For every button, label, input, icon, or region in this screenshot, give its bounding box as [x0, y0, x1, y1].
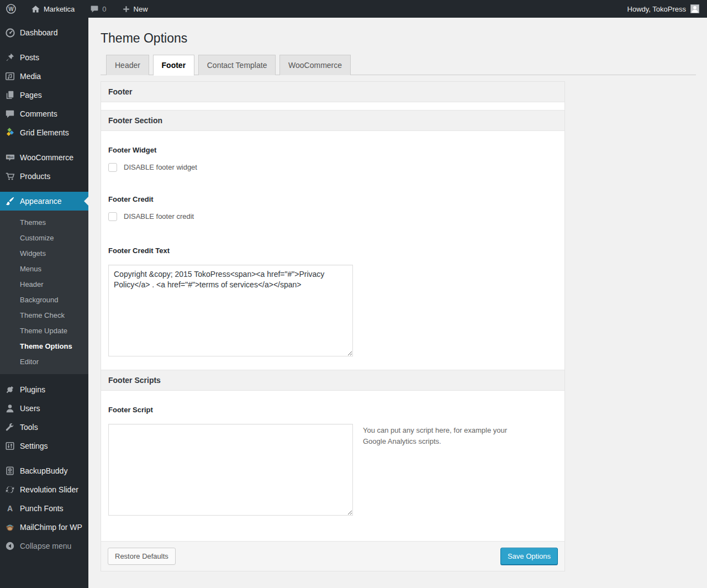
new-label: New — [134, 5, 148, 13]
dashboard-icon — [4, 27, 15, 38]
submenu-item-themes[interactable]: Themes — [0, 214, 88, 230]
sidebar-item-settings[interactable]: Settings — [0, 437, 88, 455]
submenu-item-theme-options[interactable]: Theme Options — [0, 338, 88, 354]
site-name: Marketica — [44, 5, 75, 13]
sidebar-item-label: Revolution Slider — [20, 485, 78, 494]
avatar — [690, 4, 699, 13]
sidebar-item-label: MailChimp for WP — [20, 523, 82, 532]
submenu-item-theme-check[interactable]: Theme Check — [0, 307, 88, 323]
pushpin-icon — [4, 52, 15, 63]
sidebar-item-comments[interactable]: Comments — [0, 104, 88, 123]
footer-script-input[interactable] — [108, 424, 353, 516]
footer-section-header: Footer Section — [101, 110, 564, 131]
sidebar-item-label: Settings — [20, 442, 48, 450]
footer-widget-checkbox-label: DISABLE footer widget — [124, 163, 197, 171]
sidebar-item-label: Plugins — [20, 385, 45, 394]
footer-credit-checkbox-label: DISABLE footer credit — [124, 212, 194, 221]
save-options-button[interactable]: Save Options — [500, 548, 558, 565]
footer-widget-label: Footer Widget — [108, 146, 557, 154]
cart-icon — [4, 171, 15, 182]
panel-action-bar: Restore Defaults Save Options — [101, 541, 564, 571]
sidebar-item-label: Products — [20, 172, 50, 181]
sidebar-item-woocommerce[interactable]: Woo WooCommerce — [0, 148, 88, 167]
footer-options-panel: Footer Footer Section Footer Widget DISA… — [101, 81, 565, 571]
submenu-item-background[interactable]: Background — [0, 292, 88, 307]
tab-contact-template[interactable]: Contact Template — [198, 55, 276, 75]
footer-credit-checkbox[interactable] — [108, 212, 117, 221]
sidebar-item-backupbuddy[interactable]: BackupBuddy — [0, 461, 88, 480]
tab-woocommerce[interactable]: WooCommerce — [279, 55, 351, 75]
sidebar-item-pages[interactable]: Pages — [0, 86, 88, 104]
howdy-text: Howdy, TokoPress — [627, 5, 686, 13]
sidebar-item-label: Pages — [20, 91, 42, 99]
appearance-submenu: Themes Customize Widgets Menus Header Ba… — [0, 211, 88, 374]
settings-sliders-icon — [4, 440, 15, 452]
admin-bar-account[interactable]: Howdy, TokoPress — [627, 4, 707, 13]
home-icon — [31, 4, 40, 14]
submenu-item-widgets[interactable]: Widgets — [0, 245, 88, 261]
sidebar-item-label: WooCommerce — [20, 153, 73, 162]
wordpress-logo-menu[interactable]: W — [0, 0, 22, 18]
mailchimp-monkey-icon — [4, 522, 15, 533]
admin-bar-site-link[interactable]: Marketica — [25, 0, 80, 18]
footer-section-body: Footer Widget DISABLE footer widget Foot… — [101, 131, 564, 370]
plus-icon — [122, 5, 130, 13]
footer-credit-text-input[interactable]: Copyright &copy; 2015 TokoPress<span><a … — [108, 265, 353, 356]
restore-defaults-button[interactable]: Restore Defaults — [108, 548, 176, 565]
submenu-item-theme-update[interactable]: Theme Update — [0, 323, 88, 338]
user-icon — [4, 403, 15, 414]
footer-script-label: Footer Script — [108, 406, 557, 414]
comments-icon — [4, 108, 15, 119]
sidebar-item-label: Grid Elements — [20, 128, 69, 137]
backup-icon — [4, 465, 15, 476]
sidebar-item-label: Dashboard — [20, 28, 58, 37]
wordpress-logo-icon: W — [6, 3, 17, 14]
sidebar-item-plugins[interactable]: Plugins — [0, 380, 88, 399]
sidebar-item-label: Comments — [20, 109, 57, 118]
sidebar-item-dashboard[interactable]: Dashboard — [0, 23, 88, 42]
woocommerce-icon: Woo — [4, 152, 15, 163]
appearance-brush-icon — [4, 196, 15, 207]
sidebar-item-label: BackupBuddy — [20, 466, 67, 475]
submenu-item-customize[interactable]: Customize — [0, 230, 88, 245]
admin-bar-new-button[interactable]: New — [117, 0, 154, 18]
refresh-icon — [4, 484, 15, 495]
panel-spacer — [101, 102, 564, 110]
admin-bar: W Marketica 0 New Howdy, TokoPress — [0, 0, 707, 18]
submenu-item-editor[interactable]: Editor — [0, 354, 88, 369]
sidebar-item-media[interactable]: Media — [0, 67, 88, 86]
letter-a-icon: A — [4, 503, 15, 514]
sidebar-item-posts[interactable]: Posts — [0, 48, 88, 67]
sidebar-item-tools[interactable]: Tools — [0, 418, 88, 437]
page-title: Theme Options — [101, 30, 696, 47]
comment-bubble-icon — [90, 4, 99, 13]
submenu-item-header[interactable]: Header — [0, 276, 88, 292]
footer-credit-label: Footer Credit — [108, 195, 557, 203]
main-content: Theme Options Header Footer Contact Temp… — [88, 0, 707, 588]
sidebar-item-products[interactable]: Products — [0, 167, 88, 186]
svg-text:Woo: Woo — [7, 155, 13, 159]
footer-widget-checkbox[interactable] — [108, 163, 117, 172]
sidebar-item-revolution-slider[interactable]: Revolution Slider — [0, 480, 88, 499]
theme-options-tabs: Header Footer Contact Template WooCommer… — [101, 55, 696, 75]
admin-bar-comments[interactable]: 0 — [85, 0, 112, 18]
sidebar-item-mailchimp[interactable]: MailChimp for WP — [0, 518, 88, 537]
footer-scripts-header: Footer Scripts — [101, 370, 564, 391]
panel-title: Footer — [101, 82, 564, 102]
sidebar-item-users[interactable]: Users — [0, 399, 88, 418]
sidebar-item-label: Users — [20, 404, 40, 413]
collapse-menu-button[interactable]: Collapse menu — [0, 537, 88, 555]
submenu-item-menus[interactable]: Menus — [0, 261, 88, 276]
sidebar-item-grid-elements[interactable]: Grid Elements — [0, 123, 88, 142]
tab-header[interactable]: Header — [106, 55, 149, 75]
footer-credit-text-label: Footer Credit Text — [108, 246, 557, 255]
sidebar-item-label: Collapse menu — [20, 542, 71, 550]
svg-text:W: W — [8, 6, 14, 12]
sidebar-item-punch-fonts[interactable]: A Punch Fonts — [0, 499, 88, 518]
sidebar-item-label: Media — [20, 72, 41, 81]
pages-icon — [4, 90, 15, 101]
collapse-arrow-icon — [4, 540, 15, 552]
sidebar-item-label: Posts — [20, 53, 39, 62]
tab-footer[interactable]: Footer — [153, 55, 195, 76]
sidebar-item-appearance[interactable]: Appearance — [0, 192, 88, 211]
